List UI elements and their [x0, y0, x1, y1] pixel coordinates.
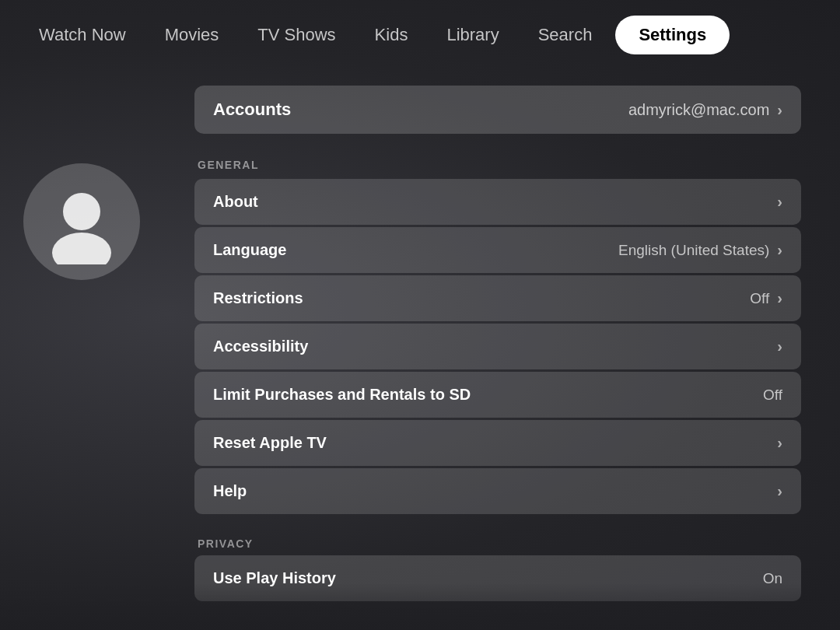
language-value: English (United States) [618, 242, 769, 259]
nav-item-movies[interactable]: Movies [149, 17, 235, 53]
use-play-history-value-group: On [763, 570, 782, 587]
about-chevron: › [777, 193, 782, 211]
use-play-history-value: On [763, 570, 782, 587]
reset-apple-tv-row[interactable]: Reset Apple TV› [194, 420, 801, 466]
limit-purchases-value: Off [763, 387, 782, 404]
user-avatar-icon [39, 179, 124, 264]
app-container: Watch NowMoviesTV ShowsKidsLibrarySearch… [0, 0, 840, 630]
language-row[interactable]: LanguageEnglish (United States)› [194, 227, 801, 273]
privacy-section: PRIVACY Use Play History On [194, 528, 801, 601]
reset-apple-tv-right: › [777, 434, 782, 452]
restrictions-right: Off› [750, 289, 782, 307]
nav-item-watch-now[interactable]: Watch Now [23, 17, 142, 53]
nav-item-tv-shows[interactable]: TV Shows [242, 17, 351, 53]
nav-item-library[interactable]: Library [431, 17, 514, 53]
general-settings-rows: About›LanguageEnglish (United States)›Re… [194, 179, 801, 514]
use-play-history-label: Use Play History [213, 569, 336, 587]
avatar [23, 163, 140, 280]
limit-purchases-label: Limit Purchases and Rentals to SD [213, 386, 471, 404]
nav-item-kids[interactable]: Kids [359, 17, 424, 53]
accounts-row[interactable]: Accounts admyrick@mac.com › [194, 86, 801, 134]
about-row[interactable]: About› [194, 179, 801, 225]
help-chevron: › [777, 482, 782, 500]
svg-point-0 [63, 193, 100, 230]
limit-purchases-row[interactable]: Limit Purchases and Rentals to SDOff [194, 372, 801, 418]
nav-item-search[interactable]: Search [523, 17, 608, 53]
settings-panel: Accounts admyrick@mac.com › GENERAL Abou… [194, 86, 801, 601]
restrictions-value: Off [750, 290, 769, 307]
restrictions-label: Restrictions [213, 289, 303, 307]
help-label: Help [213, 482, 247, 500]
accessibility-label: Accessibility [213, 338, 308, 355]
about-label: About [213, 193, 258, 211]
language-chevron: › [777, 241, 782, 259]
top-nav: Watch NowMoviesTV ShowsKidsLibrarySearch… [0, 0, 840, 70]
svg-point-1 [52, 233, 111, 264]
restrictions-chevron: › [777, 289, 782, 307]
accounts-value-group: admyrick@mac.com › [628, 101, 782, 119]
accounts-chevron: › [777, 101, 782, 119]
accessibility-right: › [777, 338, 782, 355]
use-play-history-row[interactable]: Use Play History On [194, 555, 801, 601]
privacy-section-header: PRIVACY [194, 531, 801, 553]
reset-apple-tv-chevron: › [777, 434, 782, 452]
about-right: › [777, 193, 782, 211]
help-right: › [777, 482, 782, 500]
limit-purchases-right: Off [763, 387, 782, 404]
accessibility-chevron: › [777, 338, 782, 355]
nav-item-settings[interactable]: Settings [615, 16, 730, 54]
main-content: Accounts admyrick@mac.com › GENERAL Abou… [0, 70, 840, 617]
accounts-label: Accounts [213, 100, 291, 120]
general-section-header: GENERAL [194, 152, 801, 174]
reset-apple-tv-label: Reset Apple TV [213, 434, 327, 452]
language-label: Language [213, 241, 286, 259]
accessibility-row[interactable]: Accessibility› [194, 324, 801, 369]
accounts-email: admyrick@mac.com [628, 101, 769, 119]
help-row[interactable]: Help› [194, 468, 801, 514]
restrictions-row[interactable]: RestrictionsOff› [194, 275, 801, 321]
avatar-section [23, 86, 163, 601]
language-right: English (United States)› [618, 241, 782, 259]
